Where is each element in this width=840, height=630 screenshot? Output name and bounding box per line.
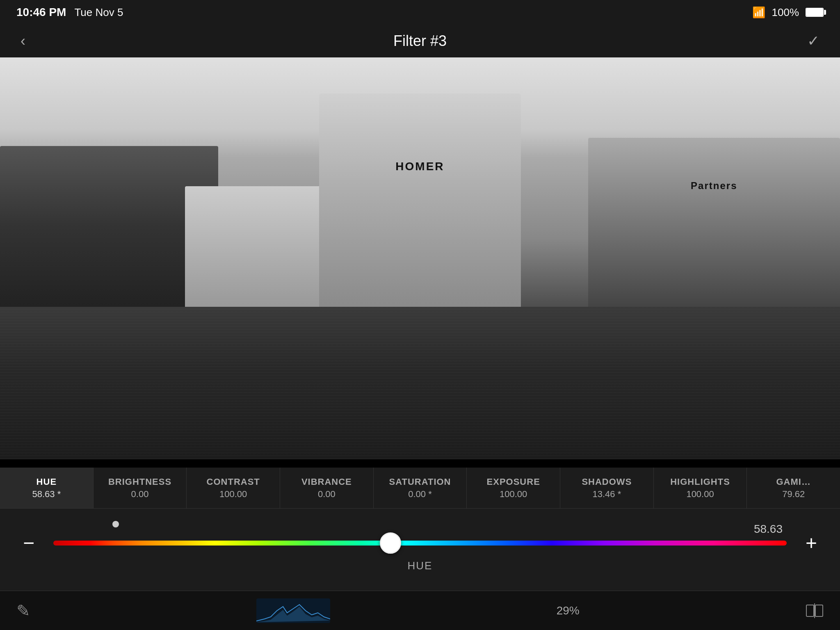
slider-tab-saturation[interactable]: SATURATION 0.00 * bbox=[374, 468, 467, 508]
slider-tab-value-hue: 58.63 * bbox=[32, 489, 61, 500]
photo-composite: HOMER Partners bbox=[0, 57, 840, 459]
bottom-toolbar: ✎ 29% bbox=[0, 591, 840, 630]
slider-tab-name-saturation: SATURATION bbox=[389, 477, 451, 487]
slider-tab-value-shadows: 13.46 * bbox=[593, 489, 621, 500]
battery-icon bbox=[806, 8, 824, 17]
slider-tab-value-highlights: 100.00 bbox=[686, 489, 714, 500]
slider-tab-name-contrast: CONTRAST bbox=[207, 477, 260, 487]
slider-tab-contrast[interactable]: CONTRAST 100.00 bbox=[187, 468, 280, 508]
eraser-icon[interactable]: ✎ bbox=[16, 601, 30, 620]
water-area bbox=[0, 307, 840, 459]
svg-rect-2 bbox=[815, 605, 823, 616]
slider-tab-name-brightness: BRIGHTNESS bbox=[108, 477, 171, 487]
boat-label-homer: HOMER bbox=[395, 160, 444, 173]
slider-tab-shadows[interactable]: SHADOWS 13.46 * bbox=[560, 468, 654, 508]
slider-tab-vibrance[interactable]: VIBRANCE 0.00 bbox=[280, 468, 374, 508]
bottom-panel: HUE 58.63 * BRIGHTNESS 0.00 CONTRAST 100… bbox=[0, 468, 840, 630]
boat-center-homer: HOMER bbox=[319, 94, 521, 315]
back-button[interactable]: ‹ bbox=[21, 32, 25, 50]
slider-minus-button[interactable]: − bbox=[16, 533, 41, 553]
slider-dot-row: 58.63 bbox=[16, 517, 824, 532]
status-date: Tue Nov 5 bbox=[74, 6, 123, 19]
slider-tab-name-vibrance: VIBRANCE bbox=[301, 477, 352, 487]
histogram-icon bbox=[256, 598, 330, 623]
battery-label: 100% bbox=[772, 6, 799, 19]
slider-row: − + bbox=[16, 533, 824, 553]
slider-tab-name-shadows: SHADOWS bbox=[582, 477, 632, 487]
slider-tab-value-saturation: 0.00 * bbox=[408, 489, 432, 500]
slider-tab-gamma[interactable]: GAMI… 79.62 bbox=[747, 468, 840, 508]
slider-value-display: 58.63 bbox=[754, 523, 783, 536]
slider-thumb[interactable] bbox=[380, 532, 401, 554]
svg-rect-1 bbox=[806, 605, 814, 616]
boat-label-partners: Partners bbox=[691, 180, 737, 192]
slider-tab-name-highlights: HIGHLIGHTS bbox=[670, 477, 730, 487]
slider-tab-exposure[interactable]: EXPOSURE 100.00 bbox=[467, 468, 560, 508]
top-nav: ‹ Filter #3 ✓ bbox=[0, 25, 840, 57]
page-title: Filter #3 bbox=[393, 32, 447, 50]
photo-area: HOMER Partners bbox=[0, 57, 840, 459]
slider-label: HUE bbox=[16, 559, 824, 572]
slider-tab-value-contrast: 100.00 bbox=[219, 489, 247, 500]
slider-tab-hue[interactable]: HUE 58.63 * bbox=[0, 468, 94, 508]
slider-tab-name-hue: HUE bbox=[37, 477, 57, 487]
status-time: 10:46 PM bbox=[16, 6, 66, 19]
slider-tab-value-brightness: 0.00 bbox=[131, 489, 149, 500]
status-right: 📶 100% bbox=[752, 6, 824, 19]
slider-tab-name-exposure: EXPOSURE bbox=[487, 477, 540, 487]
slider-tab-brightness[interactable]: BRIGHTNESS 0.00 bbox=[94, 468, 187, 508]
slider-tab-value-gamma: 79.62 bbox=[782, 489, 805, 500]
status-bar: 10:46 PM Tue Nov 5 📶 100% bbox=[0, 0, 840, 25]
active-slider-area: 58.63 − + HUE bbox=[0, 509, 840, 572]
zoom-label: 29% bbox=[557, 604, 580, 617]
slider-tabs: HUE 58.63 * BRIGHTNESS 0.00 CONTRAST 100… bbox=[0, 468, 840, 509]
slider-tab-value-vibrance: 0.00 bbox=[318, 489, 336, 500]
boat-right-partners: Partners bbox=[588, 138, 840, 307]
compare-icon[interactable] bbox=[806, 602, 824, 620]
slider-position-dot bbox=[112, 521, 119, 527]
confirm-button[interactable]: ✓ bbox=[807, 32, 819, 50]
slider-tab-value-exposure: 100.00 bbox=[500, 489, 527, 500]
slider-tab-highlights[interactable]: HIGHLIGHTS 100.00 bbox=[654, 468, 747, 508]
slider-plus-button[interactable]: + bbox=[799, 533, 824, 553]
slider-tab-name-gamma: GAMI… bbox=[776, 477, 810, 487]
wifi-icon: 📶 bbox=[752, 6, 765, 19]
slider-track[interactable] bbox=[53, 541, 787, 546]
water-ripples bbox=[0, 307, 840, 459]
